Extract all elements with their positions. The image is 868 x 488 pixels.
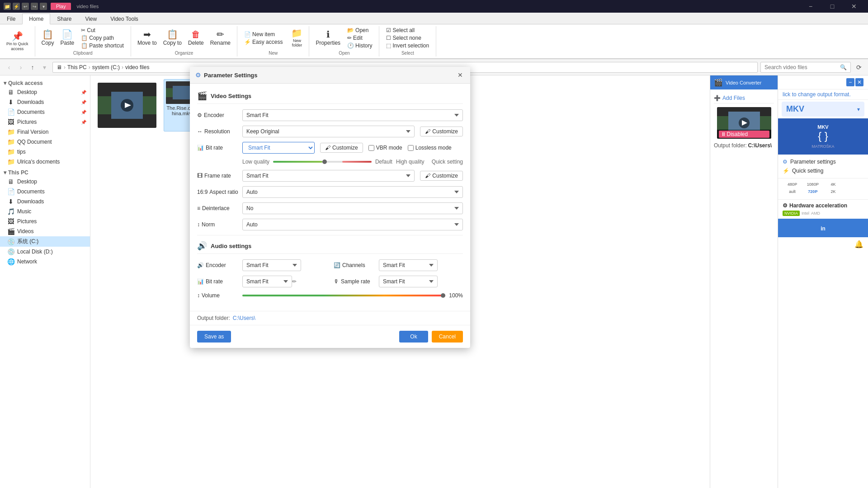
volume-thumb[interactable] bbox=[441, 293, 445, 298]
ok-button[interactable]: Ok bbox=[399, 331, 428, 343]
sidebar-item-pc-desktop[interactable]: 🖥 Desktop bbox=[0, 177, 90, 187]
dropdown-icon[interactable]: ▾ bbox=[40, 3, 47, 10]
sidebar-item-pc-documents[interactable]: 📄 Documents bbox=[0, 187, 90, 197]
sidebar-item-qq-document[interactable]: 📁 QQ Document bbox=[0, 137, 90, 147]
paste-shortcut-button[interactable]: 📋 Paste shortcut bbox=[80, 42, 125, 49]
norm-select[interactable]: Auto bbox=[242, 219, 463, 230]
cut-button[interactable]: ✂ Cut bbox=[80, 27, 125, 34]
minimize-button[interactable]: − bbox=[800, 0, 821, 13]
pin-to-quick-access-button[interactable]: 📌 Pin to Quickaccess bbox=[4, 31, 31, 52]
quality-thumb[interactable] bbox=[322, 160, 327, 164]
sidebar-item-local-d[interactable]: 💿 Local Disk (D:) bbox=[0, 247, 90, 257]
sidebar-item-system-c[interactable]: 💿 系统 (C:) bbox=[0, 236, 90, 247]
new-item-button[interactable]: 📄 New item bbox=[243, 31, 284, 38]
tab-home[interactable]: Home bbox=[22, 14, 50, 24]
output-folder-value[interactable]: C:\Users\ bbox=[233, 315, 255, 321]
param-settings-action[interactable]: ⚙ Parameter settings bbox=[783, 157, 863, 166]
audio-bitrate-edit-icon[interactable]: ✏ bbox=[292, 278, 297, 285]
sidebar-item-final-version[interactable]: 📁 Final Version bbox=[0, 127, 90, 137]
dialog-close-button[interactable]: ✕ bbox=[456, 70, 465, 80]
cancel-button[interactable]: Cancel bbox=[432, 331, 463, 343]
history-button[interactable]: 🕐 History bbox=[346, 42, 373, 49]
add-files-button[interactable]: ➕ Add Files bbox=[714, 93, 774, 103]
edit-button[interactable]: ✏ Edit bbox=[346, 34, 373, 42]
invert-selection-button[interactable]: ⬚ Invert selection bbox=[385, 42, 430, 49]
close-button[interactable]: ✕ bbox=[844, 0, 864, 13]
channels-select[interactable]: Smart Fit bbox=[379, 259, 438, 271]
sidebar-item-music[interactable]: 🎵 Music bbox=[0, 206, 90, 216]
audio-encoder-select[interactable]: Smart Fit bbox=[242, 259, 301, 271]
lossless-checkbox[interactable] bbox=[408, 145, 414, 151]
info-close-button[interactable]: ✕ bbox=[855, 78, 863, 86]
qs-2k[interactable]: 2K bbox=[824, 188, 843, 195]
select-none-button[interactable]: ☐ Select none bbox=[385, 34, 430, 42]
quick-access-icon[interactable]: ⚡ bbox=[13, 3, 20, 10]
new-folder-button[interactable]: 📁 Newfolder bbox=[288, 28, 305, 48]
rename-button[interactable]: ✏ Rename bbox=[208, 29, 233, 47]
open-button[interactable]: 📂 Open bbox=[346, 27, 373, 34]
quick-setting-action[interactable]: ⚡ Quick setting bbox=[783, 166, 863, 175]
sidebar-item-downloads[interactable]: ⬇ Downloads 📌 bbox=[0, 97, 90, 107]
lossless-mode-check[interactable]: Lossless mode bbox=[408, 145, 452, 151]
breadcrumb-video-files[interactable]: video files bbox=[125, 64, 149, 70]
sidebar-item-ulrica[interactable]: 📁 Ulrica's docments bbox=[0, 157, 90, 167]
qs-default[interactable]: ault bbox=[783, 188, 802, 195]
tab-file[interactable]: File bbox=[0, 14, 22, 24]
sidebar-item-network[interactable]: 🌐 Network bbox=[0, 257, 90, 267]
sidebar-item-pictures[interactable]: 🖼 Pictures 📌 bbox=[0, 117, 90, 127]
tab-view[interactable]: View bbox=[78, 14, 104, 24]
sidebar-item-documents[interactable]: 📄 Documents 📌 bbox=[0, 107, 90, 117]
breadcrumb-this-pc[interactable]: This PC bbox=[67, 64, 87, 70]
vbr-mode-check[interactable]: VBR mode bbox=[368, 145, 402, 151]
play-tab[interactable]: Play bbox=[51, 3, 71, 10]
maximize-button[interactable]: □ bbox=[822, 0, 843, 13]
up-button[interactable]: ↑ bbox=[27, 62, 38, 73]
search-box[interactable]: 🔍 bbox=[760, 62, 851, 73]
undo-icon[interactable]: ↩ bbox=[22, 3, 29, 10]
qs-1080p[interactable]: 1080P bbox=[803, 181, 822, 188]
back-button[interactable]: ‹ bbox=[4, 62, 14, 73]
sidebar-item-pc-pictures[interactable]: 🖼 Pictures bbox=[0, 216, 90, 226]
qs-4k[interactable]: 4K bbox=[824, 181, 843, 188]
resolution-customize-button[interactable]: 🖌 Customize bbox=[420, 127, 463, 136]
qs-480p[interactable]: 480P bbox=[783, 181, 802, 188]
tab-video-tools[interactable]: Video Tools bbox=[104, 14, 145, 24]
alarm-icon[interactable]: 🔔 bbox=[854, 240, 863, 249]
framerate-select[interactable]: Smart Fit bbox=[242, 170, 415, 182]
breadcrumb-system-c[interactable]: system (C:) bbox=[92, 64, 120, 70]
copy-button[interactable]: 📋 Copy bbox=[39, 29, 57, 47]
select-all-button[interactable]: ☑ Select all bbox=[385, 27, 430, 34]
quality-slider[interactable] bbox=[273, 158, 372, 165]
info-minimize-button[interactable]: − bbox=[846, 78, 854, 86]
refresh-button[interactable]: ⟳ bbox=[854, 62, 864, 73]
format-dropdown-icon[interactable]: ▾ bbox=[857, 106, 860, 113]
sidebar-item-pc-downloads[interactable]: ⬇ Downloads bbox=[0, 197, 90, 206]
samplerate-select[interactable]: Smart Fit bbox=[379, 276, 438, 287]
easy-access-button[interactable]: ⚡ Easy access bbox=[243, 38, 284, 46]
sidebar-item-videos[interactable]: 🎬 Videos bbox=[0, 226, 90, 236]
sidebar-section-quick-access[interactable]: ▾ Quick access bbox=[0, 77, 90, 87]
qs-720p[interactable]: 720P bbox=[803, 188, 822, 195]
move-to-button[interactable]: ➡ Move to bbox=[135, 29, 160, 47]
sidebar-section-this-pc[interactable]: ▾ This PC bbox=[0, 167, 90, 177]
recent-locations-button[interactable]: ▾ bbox=[39, 62, 50, 73]
delete-button[interactable]: 🗑 Delete bbox=[185, 29, 207, 47]
vbr-checkbox[interactable] bbox=[368, 145, 374, 151]
properties-button[interactable]: ℹ Properties bbox=[313, 29, 343, 47]
framerate-customize-button[interactable]: 🖌 Customize bbox=[420, 171, 463, 181]
volume-slider[interactable] bbox=[242, 292, 445, 299]
paste-button[interactable]: 📄 Paste bbox=[58, 29, 77, 47]
sidebar-item-tips[interactable]: 📁 tips bbox=[0, 147, 90, 157]
forward-button[interactable]: › bbox=[15, 62, 26, 73]
bitrate-select[interactable]: Smart Fit bbox=[242, 142, 315, 154]
aspect-ratio-select[interactable]: Auto bbox=[242, 186, 463, 198]
search-input[interactable] bbox=[764, 64, 840, 70]
redo-icon[interactable]: ↪ bbox=[31, 3, 38, 10]
sidebar-item-desktop[interactable]: 🖥 Desktop 📌 bbox=[0, 87, 90, 97]
audio-bitrate-select[interactable]: Smart Fit bbox=[242, 276, 292, 287]
resolution-select[interactable]: Keep Original bbox=[242, 126, 415, 137]
deinterlace-select[interactable]: No bbox=[242, 202, 463, 214]
encoder-select[interactable]: Smart Fit bbox=[242, 109, 463, 121]
copy-to-button[interactable]: 📋 Copy to bbox=[160, 29, 184, 47]
output-folder-value[interactable]: C:\Users\ bbox=[748, 142, 772, 149]
